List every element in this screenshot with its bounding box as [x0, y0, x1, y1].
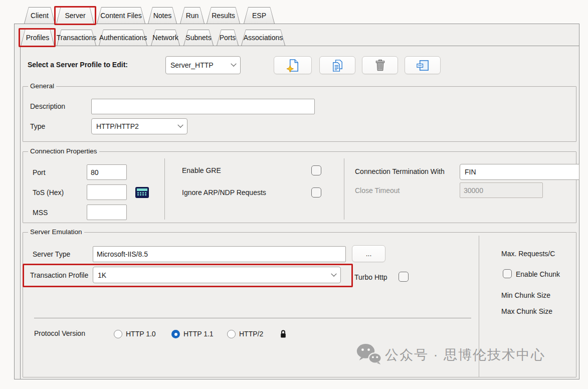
tos-calculator-button[interactable]	[135, 187, 149, 198]
tos-label: ToS (Hex)	[33, 188, 64, 197]
tab-authentications-label: Authentications	[99, 30, 147, 46]
page-margin-bottom	[0, 380, 588, 389]
mss-label: MSS	[33, 209, 48, 217]
chevron-down-icon	[177, 122, 183, 128]
tab-ports[interactable]: Ports	[217, 30, 239, 46]
min-chunk-label: Min Chunk Size	[501, 291, 550, 299]
tab-run-label: Run	[180, 7, 205, 24]
tab-profiles-label: Profiles	[21, 29, 55, 46]
tab-notes[interactable]: Notes	[148, 7, 177, 24]
server-type-input[interactable]	[93, 246, 346, 262]
tab-results-label: Results	[207, 7, 240, 24]
calculator-icon	[135, 187, 149, 198]
transaction-profile-select[interactable]: 1K	[93, 267, 341, 283]
profile-selector-label: Select a Server Profile to Edit:	[28, 61, 128, 69]
server-type-label: Server Type	[33, 250, 70, 258]
lock-icon	[280, 329, 287, 338]
new-profile-icon	[286, 58, 300, 73]
app-window: Client Server Content Files Notes Run Re…	[0, 0, 588, 389]
close-timeout-input	[460, 182, 543, 198]
tos-input[interactable]	[87, 184, 127, 200]
new-profile-button[interactable]	[274, 56, 312, 74]
rename-profile-button[interactable]	[405, 56, 441, 74]
rename-profile-icon	[416, 58, 430, 73]
protocol-version-label: Protocol Version	[34, 329, 85, 337]
server-profile-value: Server_HTTP	[170, 61, 232, 69]
turbo-http-label: Turbo Http	[354, 273, 387, 281]
http11-radio-label: HTTP 1.1	[183, 330, 214, 338]
tab-client-label: Client	[24, 7, 55, 24]
termination-label: Connection Termination With	[355, 167, 445, 175]
tab-content-files-label: Content Files	[97, 7, 145, 24]
server-type-browse-button[interactable]: ...	[352, 245, 385, 262]
tab-subnets-label: Subnets	[183, 30, 214, 46]
tab-results[interactable]: Results	[207, 7, 240, 24]
enable-gre-label: Enable GRE	[182, 166, 221, 174]
enable-gre-checkbox[interactable]	[311, 165, 321, 175]
tab-run[interactable]: Run	[180, 7, 205, 24]
tab-content-files[interactable]: Content Files	[97, 7, 145, 24]
transaction-profile-label: Transaction Profile	[30, 271, 88, 279]
enable-chunk-label: Enable Chunk	[516, 270, 560, 278]
chevron-down-icon	[231, 61, 236, 67]
http10-radio-label: HTTP 1.0	[126, 330, 156, 338]
tab-transactions[interactable]: Transactions	[57, 30, 96, 46]
server-profile-select[interactable]: Server_HTTP	[165, 56, 241, 74]
tab-transactions-label: Transactions	[57, 30, 96, 46]
browse-button-label: ...	[366, 250, 372, 258]
termination-select[interactable]: FIN	[460, 164, 579, 180]
http10-radio[interactable]	[114, 330, 122, 338]
tab-esp-label: ESP	[244, 7, 275, 24]
max-requests-label: Max. Requests/C	[501, 250, 555, 258]
chevron-down-icon	[331, 271, 336, 276]
tab-associations[interactable]: Associations	[241, 30, 285, 46]
server-emulation-legend: Server Emulation	[28, 228, 84, 236]
page-margin-right	[579, 0, 588, 389]
separator-line	[34, 318, 471, 318]
wechat-icon	[356, 343, 382, 365]
close-timeout-label: Close Timeout	[355, 186, 400, 194]
type-value: HTTP/HTTP2	[96, 122, 178, 130]
type-label: Type	[30, 122, 45, 130]
tab-associations-label: Associations	[241, 30, 285, 46]
http2-radio-label: HTTP/2	[239, 330, 263, 338]
general-legend: General	[28, 82, 56, 90]
delete-profile-button[interactable]	[362, 56, 398, 74]
port-label: Port	[33, 168, 46, 176]
mss-input[interactable]	[87, 205, 127, 220]
page-margin-left	[0, 0, 14, 389]
connection-properties-legend: Connection Properties	[28, 147, 99, 155]
port-input[interactable]	[87, 164, 127, 180]
termination-value: FIN	[465, 168, 574, 176]
description-input[interactable]	[91, 99, 315, 114]
watermark-text: 公众号 · 思博伦技术中心	[385, 346, 545, 364]
tab-esp[interactable]: ESP	[244, 7, 275, 24]
delete-profile-icon	[373, 58, 387, 73]
divider	[344, 158, 344, 220]
http2-radio[interactable]	[227, 330, 236, 338]
tab-authentications[interactable]: Authentications	[99, 30, 147, 46]
turbo-http-checkbox[interactable]	[399, 272, 409, 282]
tab-client[interactable]: Client	[24, 7, 55, 24]
enable-chunk-checkbox[interactable]	[503, 269, 512, 278]
http11-radio[interactable]	[171, 330, 180, 338]
tab-ports-label: Ports	[217, 30, 239, 46]
tab-notes-label: Notes	[148, 7, 177, 24]
divider	[164, 158, 165, 220]
tab-subnets[interactable]: Subnets	[183, 30, 214, 46]
tab-server[interactable]: Server	[56, 7, 94, 24]
protocol-lock	[280, 329, 287, 338]
ignore-arp-label: Ignore ARP/NDP Requests	[182, 188, 266, 197]
copy-profile-button[interactable]	[319, 56, 355, 74]
tab-server-label: Server	[56, 7, 94, 24]
transaction-profile-value: 1K	[98, 271, 332, 279]
description-label: Description	[30, 102, 65, 110]
ignore-arp-checkbox[interactable]	[311, 187, 321, 198]
tab-network[interactable]: Network	[151, 30, 180, 46]
tab-profiles[interactable]: Profiles	[21, 29, 55, 46]
tab-network-label: Network	[151, 30, 180, 46]
watermark	[356, 343, 382, 365]
max-chunk-label: Max Chunk Size	[501, 307, 552, 315]
type-select[interactable]: HTTP/HTTP2	[91, 118, 187, 134]
copy-profile-icon	[330, 58, 345, 73]
